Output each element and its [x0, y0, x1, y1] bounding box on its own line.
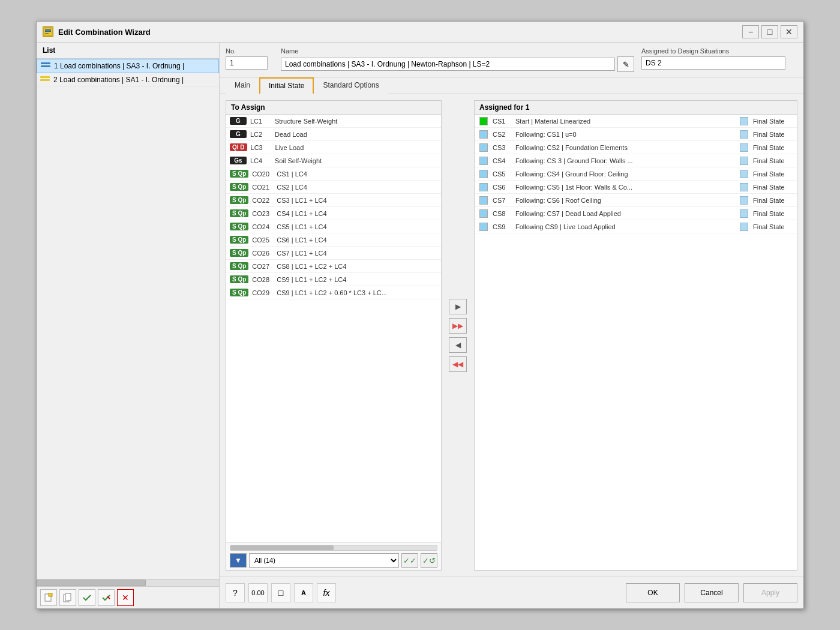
row-id: CO21 — [252, 184, 273, 191]
assign-row[interactable]: S QpCO26CS7 | LC1 + LC4 — [226, 247, 441, 260]
assigned-row[interactable]: CS5Following: CS4 | Ground Floor: Ceilin… — [475, 167, 797, 181]
list-item-text: 1 Load combinations | SA3 - I. Ordnung | — [54, 62, 184, 70]
assign-row[interactable]: QI DLC3Live Load — [226, 141, 441, 154]
filter-button[interactable]: ▼ — [230, 553, 247, 568]
check-all-assign-button[interactable]: ✓✓ — [401, 553, 418, 568]
tab-main[interactable]: Main — [226, 77, 259, 94]
apply-button[interactable]: Apply — [743, 583, 797, 602]
cs-id: CS4 — [493, 157, 511, 164]
content-area: To Assign GLC1Structure Self-WeightGLC2D… — [220, 94, 803, 577]
assign-row[interactable]: GLC1Structure Self-Weight — [226, 115, 441, 128]
edit-name-button[interactable]: ✎ — [617, 56, 634, 72]
table-button[interactable]: A — [294, 583, 313, 602]
uncheck-all-button[interactable] — [98, 589, 115, 606]
svg-rect-1 — [45, 29, 51, 31]
row-id: CO25 — [252, 236, 273, 244]
assigned-input[interactable] — [641, 56, 785, 70]
assigned-row[interactable]: CS4Following: CS 3 | Ground Floor: Walls… — [475, 154, 797, 167]
final-state-label: Final State — [753, 144, 792, 151]
tab-standard_options[interactable]: Standard Options — [314, 77, 388, 94]
assign-controls: ▼ All (14) ✓✓ ✓↺ — [230, 553, 437, 568]
maximize-button[interactable]: □ — [761, 25, 778, 38]
assigned-row[interactable]: CS8Following: CS7 | Dead Load AppliedFin… — [475, 207, 797, 220]
assigned-row[interactable]: CS2Following: CS1 | u=0Final State — [475, 128, 797, 141]
cancel-button[interactable]: Cancel — [685, 583, 739, 602]
final-state-color-box — [740, 183, 748, 191]
final-state-label: Final State — [753, 131, 792, 138]
assign-row[interactable]: S QpCO27CS8 | LC1 + LC2 + LC4 — [226, 260, 441, 273]
assign-footer: ▼ All (14) ✓✓ ✓↺ — [226, 542, 441, 570]
cs-desc: Following: CS4 | Ground Floor: Ceiling — [515, 170, 735, 178]
row-desc: CS8 | LC1 + LC2 + LC4 — [277, 263, 437, 270]
svg-rect-2 — [45, 31, 51, 32]
final-state-label: Final State — [753, 223, 792, 230]
name-input[interactable] — [281, 58, 615, 71]
assign-row[interactable]: S QpCO20CS1 | LC4 — [226, 167, 441, 181]
final-state-label: Final State — [753, 118, 792, 125]
delete-button[interactable]: ✕ — [117, 589, 134, 606]
badge: Gs — [230, 157, 247, 164]
help-button[interactable]: ? — [226, 583, 245, 602]
assigned-row[interactable]: CS7Following: CS6 | Roof CeilingFinal St… — [475, 194, 797, 207]
uncheck-all-assign-button[interactable]: ✓↺ — [421, 553, 437, 568]
badge: S Qp — [230, 236, 248, 244]
final-state-color-box — [740, 196, 748, 205]
badge: S Qp — [230, 289, 248, 296]
assign-row[interactable]: S QpCO24CS5 | LC1 + LC4 — [226, 220, 441, 233]
move-left-single-button[interactable]: ◀ — [449, 337, 467, 353]
horizontal-scrollbar[interactable] — [37, 579, 219, 586]
cs-color-box — [479, 130, 488, 139]
no-input[interactable] — [226, 56, 268, 70]
final-state-label: Final State — [753, 170, 792, 178]
check-all-button[interactable] — [79, 589, 95, 606]
assign-row[interactable]: S QpCO25CS6 | LC1 + LC4 — [226, 233, 441, 247]
list-item-text: 2 Load combinations | SA1 - I. Ordnung | — [53, 76, 184, 84]
assigned-row[interactable]: CS1Start | Material LinearizedFinal Stat… — [475, 115, 797, 128]
assign-scrollbar-h[interactable] — [230, 545, 437, 551]
cs-desc: Following: CS2 | Foundation Elements — [515, 144, 735, 151]
cs-color-box — [479, 170, 488, 178]
assign-panel-header: To Assign — [226, 101, 441, 115]
badge: S Qp — [230, 249, 248, 257]
assign-row[interactable]: S QpCO21CS2 | LC4 — [226, 181, 441, 194]
final-state-color-box — [740, 117, 748, 125]
list-item[interactable]: 1 Load combinations | SA3 - I. Ordnung | — [37, 59, 219, 73]
row-id: CO23 — [252, 210, 273, 217]
assign-row[interactable]: S QpCO23CS4 | LC1 + LC4 — [226, 207, 441, 220]
minimize-button[interactable]: − — [742, 25, 759, 38]
filter-select[interactable]: All (14) — [249, 553, 399, 568]
cs-id: CS9 — [493, 223, 511, 230]
no-field: No. — [226, 47, 274, 72]
list-item[interactable]: 2 Load combinations | SA1 - I. Ordnung | — [37, 73, 219, 87]
badge: S Qp — [230, 183, 248, 191]
formula-button[interactable]: fx — [317, 583, 336, 602]
ok-button[interactable]: OK — [626, 583, 680, 602]
assigned-field: Assigned to Design Situations — [641, 47, 797, 72]
assigned-row[interactable]: CS9Following CS9 | Live Load AppliedFina… — [475, 220, 797, 233]
copy-button[interactable] — [59, 589, 76, 606]
cs-color-box — [479, 196, 488, 205]
left-panel: List 1 Load combinations | SA3 - I. Ordn… — [37, 43, 220, 608]
assign-row[interactable]: GLC2Dead Load — [226, 128, 441, 141]
tab-initial_state[interactable]: Initial State — [259, 77, 314, 94]
move-left-all-button[interactable]: ◀◀ — [449, 356, 467, 372]
view-button[interactable]: □ — [271, 583, 290, 602]
main-area: List 1 Load combinations | SA3 - I. Ordn… — [37, 43, 803, 608]
row-id: LC3 — [251, 144, 272, 151]
assign-row[interactable]: S QpCO29CS9 | LC1 + LC2 + 0.60 * LC3 + L… — [226, 286, 441, 299]
number-format-button[interactable]: 0.00 — [248, 583, 268, 602]
assigned-row[interactable]: CS3Following: CS2 | Foundation ElementsF… — [475, 141, 797, 154]
assign-row[interactable]: GsLC4Soil Self-Weight — [226, 154, 441, 167]
move-right-all-button[interactable]: ▶▶ — [449, 318, 467, 334]
close-button[interactable]: ✕ — [781, 25, 797, 38]
assign-row[interactable]: S QpCO22CS3 | LC1 + LC4 — [226, 194, 441, 207]
badge: S Qp — [230, 262, 248, 270]
assigned-row[interactable]: CS6Following: CS5 | 1st Floor: Walls & C… — [475, 181, 797, 194]
new-item-button[interactable] — [40, 589, 57, 606]
final-state-color-box — [740, 209, 748, 218]
row-desc: CS2 | LC4 — [277, 184, 437, 191]
row-desc: CS9 | LC1 + LC2 + 0.60 * LC3 + LC... — [277, 289, 437, 296]
row-desc: CS3 | LC1 + LC4 — [277, 197, 437, 204]
assign-row[interactable]: S QpCO28CS9 | LC1 + LC2 + LC4 — [226, 273, 441, 286]
move-right-single-button[interactable]: ▶ — [449, 299, 467, 314]
